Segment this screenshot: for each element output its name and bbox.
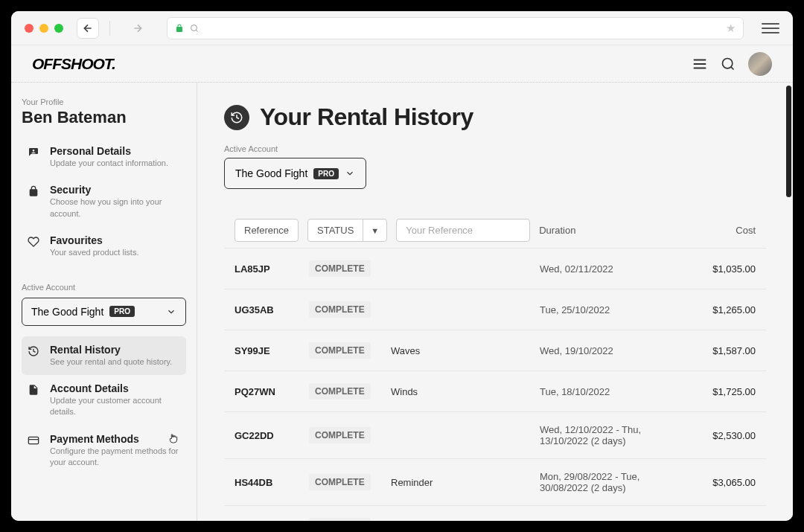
sidebar: Your Profile Ben Bateman Personal Detail… (11, 83, 197, 521)
cost-cell: $5,175.00 (681, 521, 756, 522)
sidebar-item-sub: See your rental and quote history. (50, 356, 182, 368)
duration-cell: Tue, 25/10/2022 (540, 304, 681, 315)
duration-cell: Wed, 02/11/2022 (540, 263, 681, 275)
window-controls (25, 24, 63, 33)
ref-cell: RA18JK (234, 521, 309, 522)
your-ref-cell: Reminder (391, 477, 540, 488)
table-row[interactable]: PQ27WNCOMPLETEWindsTue, 18/10/2022$1,725… (224, 371, 766, 411)
account-select[interactable]: The Good Fight PRO (22, 298, 186, 326)
app-header: OFFSHOOT. (11, 45, 793, 83)
history-icon (26, 345, 41, 368)
your-reference-input[interactable] (396, 219, 530, 242)
lock-icon (175, 24, 184, 33)
maximize-window[interactable] (54, 24, 63, 33)
sidebar-item-rental-history[interactable]: Rental History See your rental and quote… (22, 336, 186, 375)
table-row[interactable]: UG35ABCOMPLETETue, 25/10/2022$1,265.00 (224, 289, 766, 330)
reference-sort[interactable]: Reference (234, 219, 299, 242)
duration-cell: Wed, 19/10/2022 (540, 345, 681, 356)
duration-header: Duration (539, 225, 575, 236)
sidebar-item-sub: Configure the payment methods for your a… (50, 446, 182, 469)
history-icon (224, 105, 249, 130)
status-cell: COMPLETE (309, 301, 391, 318)
sidebar-item-sub: Update your contact information. (50, 158, 182, 169)
ref-cell: SY99JE (234, 345, 309, 356)
back-button[interactable] (77, 18, 99, 39)
rental-table: LA85JPCOMPLETEWed, 02/11/2022$1,035.00UG… (224, 248, 766, 521)
chevron-down-icon (166, 307, 176, 317)
account-name: The Good Fight (31, 306, 103, 318)
cost-cell: $3,065.00 (681, 477, 756, 488)
status-filter[interactable]: STATUS ▼ (307, 219, 387, 242)
sidebar-item-sub: Your saved product lists. (50, 247, 182, 258)
duration-cell: Wed, 12/10/2022 - Thu, 13/10/2022 (2 day… (540, 424, 681, 446)
status-cell: COMPLETE (309, 474, 391, 490)
sidebar-item-sub: Update your customer account details. (50, 395, 182, 418)
cost-cell: $1,265.00 (681, 304, 756, 315)
account-name: The Good Fight (235, 167, 307, 179)
sidebar-item-label: Personal Details (50, 145, 182, 157)
close-window[interactable] (25, 24, 34, 33)
table-row[interactable]: RA18JKCOMPLETEMon, 22/08/2022 - Wed,$5,1… (224, 505, 766, 521)
sidebar-item-label: Favourites (50, 234, 182, 246)
ref-cell: GC22DD (234, 430, 309, 441)
table-row[interactable]: HS44DBCOMPLETEReminderMon, 29/08/2022 - … (224, 458, 766, 505)
heart-icon (26, 236, 41, 258)
chevron-down-icon (345, 168, 355, 179)
sidebar-item-security[interactable]: Security Choose how you sign into your a… (22, 176, 186, 227)
status-cell: COMPLETE (309, 342, 391, 359)
scrollbar[interactable] (786, 86, 791, 197)
active-account-label: Active Account (22, 283, 186, 292)
pro-badge: PRO (313, 168, 339, 179)
forward-button[interactable] (127, 18, 149, 39)
sidebar-item-label: Payment Methods (50, 433, 182, 445)
sidebar-item-sub: Choose how you sign into your account. (50, 196, 182, 219)
sidebar-item-label: Account Details (50, 382, 182, 394)
menu-button[interactable] (686, 50, 714, 78)
pro-badge: PRO (109, 306, 135, 317)
avatar[interactable] (748, 52, 772, 76)
duration-cell: Tue, 18/10/2022 (540, 386, 681, 397)
sidebar-item-label: Security (50, 184, 182, 196)
status-label: STATUS (308, 219, 363, 241)
your-profile-label: Your Profile (22, 97, 186, 106)
sidebar-item-label: Rental History (50, 344, 182, 356)
sidebar-item-favourites[interactable]: Favourites Your saved product lists. (22, 227, 186, 266)
your-ref-cell: Waves (391, 345, 540, 356)
main-content: Your Rental History Active Account The G… (197, 83, 793, 521)
status-cell: COMPLETE (309, 518, 391, 521)
bookmark-icon[interactable]: ★ (726, 22, 736, 35)
url-bar[interactable]: ★ (167, 17, 744, 39)
minimize-window[interactable] (39, 24, 48, 33)
account-select-main[interactable]: The Good Fight PRO (224, 158, 366, 189)
search-button[interactable] (714, 50, 742, 78)
cost-cell: $2,530.00 (681, 430, 756, 441)
table-row[interactable]: LA85JPCOMPLETEWed, 02/11/2022$1,035.00 (224, 248, 766, 289)
cost-cell: $1,587.00 (681, 345, 756, 356)
status-cell: COMPLETE (309, 260, 391, 277)
cost-header: Cost (736, 225, 756, 236)
browser-menu[interactable] (762, 23, 779, 33)
ref-cell: UG35AB (234, 304, 309, 315)
username: Ben Bateman (22, 108, 186, 127)
sidebar-item-account-details[interactable]: Account Details Update your customer acc… (22, 375, 186, 426)
document-icon (26, 384, 41, 418)
sidebar-item-personal-details[interactable]: Personal Details Update your contact inf… (22, 138, 186, 176)
search-icon (190, 24, 199, 33)
ref-cell: LA85JP (234, 263, 309, 275)
table-row[interactable]: GC22DDCOMPLETEWed, 12/10/2022 - Thu, 13/… (224, 411, 766, 458)
status-cell: COMPLETE (309, 383, 391, 400)
duration-cell: Mon, 29/08/2022 - Tue, 30/08/2022 (2 day… (540, 471, 681, 493)
lock-icon (26, 185, 41, 219)
status-cell: COMPLETE (309, 427, 391, 443)
page-title: Your Rental History (260, 103, 473, 131)
browser-titlebar: ★ (11, 11, 793, 45)
svg-point-1 (723, 58, 733, 68)
credit-card-icon (26, 435, 41, 469)
active-account-label: Active Account (224, 144, 766, 153)
logo[interactable]: OFFSHOOT. (32, 55, 115, 73)
table-row[interactable]: SY99JECOMPLETEWavesWed, 19/10/2022$1,587… (224, 330, 766, 371)
ref-cell: PQ27WN (234, 386, 309, 397)
id-card-icon (26, 147, 41, 169)
chevron-down-icon[interactable]: ▼ (363, 221, 386, 240)
sidebar-item-payment-methods[interactable]: Payment Methods Configure the payment me… (22, 426, 186, 476)
